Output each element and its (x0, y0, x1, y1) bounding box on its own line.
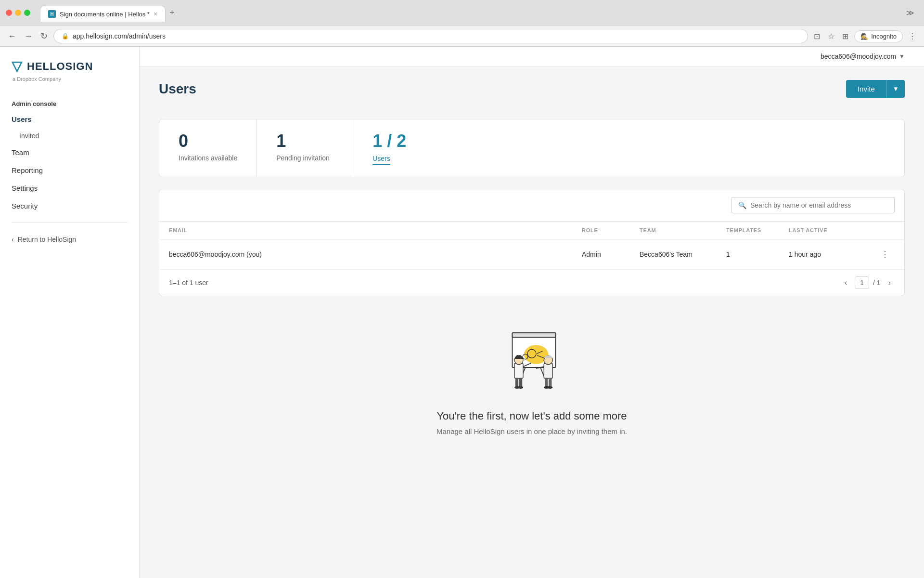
svg-rect-19 (545, 378, 548, 388)
tab-title: Sign documents online | Hellos * (60, 11, 150, 18)
page-header-row: Users Invite ▼ (140, 66, 924, 107)
svg-rect-13 (519, 378, 522, 388)
row-role: Admin (582, 250, 640, 258)
invite-dropdown-button[interactable]: ▼ (886, 80, 905, 98)
user-menu[interactable]: becca606@moodjoy.com ▼ (821, 53, 905, 60)
logo-text: HELLOSIGN (27, 60, 93, 73)
url-bar[interactable]: 🔒 app.hellosign.com/admin/users (53, 29, 808, 43)
pagination: 1–1 of 1 user ‹ 1 / 1 › (159, 270, 904, 296)
illustration-title: You're the first, now let's add some mor… (436, 410, 627, 422)
page-current: 1 (855, 276, 869, 289)
stat-card-users[interactable]: 1 / 2 Users (353, 119, 449, 177)
return-arrow-icon: ‹ (12, 236, 14, 243)
svg-rect-1 (513, 333, 556, 337)
col-header-templates: TEMPLATES (726, 227, 789, 233)
forward-button[interactable]: → (22, 29, 35, 43)
illustration-svg (488, 315, 575, 402)
browser-actions: ⊡ ☆ ⊞ 🕵 Incognito ⋮ (812, 30, 918, 43)
sidebar-item-team[interactable]: Team (0, 144, 139, 161)
stat-invitations-number: 0 (179, 131, 237, 151)
sidebar-item-invited[interactable]: Invited (0, 128, 139, 144)
search-icon: 🔍 (738, 201, 746, 209)
stat-users-number: 1 / 2 (372, 131, 430, 151)
back-button[interactable]: ← (6, 29, 18, 43)
tab-favicon: H (48, 10, 56, 18)
table-container: 🔍 EMAIL ROLE TEAM TEMPLATES LAST ACTIVE … (159, 189, 905, 296)
url-text: app.hellosign.com/admin/users (73, 32, 166, 40)
content-area: 0 Invitations available 1 Pending invita… (140, 107, 924, 466)
svg-point-22 (547, 386, 552, 389)
new-tab-button[interactable]: + (166, 4, 179, 22)
sidebar-nav: Users Invited Team Reporting Settings Se… (0, 110, 139, 215)
stat-invitations-label: Invitations available (179, 154, 237, 162)
table-header: EMAIL ROLE TEAM TEMPLATES LAST ACTIVE (159, 222, 904, 239)
sidebar: ▽ HELLOSIGN a Dropbox Company Admin cons… (0, 47, 140, 578)
svg-rect-9 (514, 363, 523, 379)
close-window-button[interactable] (6, 10, 12, 16)
incognito-badge: 🕵 Incognito (854, 30, 903, 42)
top-bar: becca606@moodjoy.com ▼ (140, 47, 924, 66)
page-title: Users (159, 81, 196, 97)
stat-users-label: Users (372, 155, 390, 165)
incognito-label: Incognito (871, 33, 897, 40)
col-header-email: EMAIL (169, 227, 582, 233)
search-input[interactable] (750, 201, 887, 209)
svg-rect-16 (544, 363, 552, 379)
row-last-active: 1 hour ago (789, 250, 875, 258)
stat-card-invitations: 0 Invitations available (159, 119, 257, 177)
logo-area: ▽ HELLOSIGN a Dropbox Company (0, 58, 139, 97)
tab-bar: H Sign documents online | Hellos * × + (34, 4, 184, 22)
stat-pending-number: 1 (276, 131, 334, 151)
tabs-more-button[interactable]: ≫ (902, 4, 918, 21)
col-header-team: TEAM (640, 227, 726, 233)
menu-icon[interactable]: ⋮ (907, 30, 918, 43)
sidebar-item-users[interactable]: Users (0, 110, 139, 128)
logo-icon: ▽ (12, 58, 22, 74)
stat-card-pending: 1 Pending invitation (257, 119, 353, 177)
return-to-hellosign-link[interactable]: ‹ Return to HelloSign (0, 231, 139, 248)
sidebar-item-reporting[interactable]: Reporting (0, 161, 139, 179)
lock-icon: 🔒 (62, 33, 69, 39)
stat-pending-label: Pending invitation (276, 154, 334, 162)
window-controls (6, 10, 30, 16)
return-label: Return to HelloSign (18, 236, 76, 243)
svg-point-15 (518, 386, 523, 389)
bookmark-icon[interactable]: ☆ (826, 30, 836, 43)
refresh-button[interactable]: ↻ (38, 29, 50, 43)
row-email: becca606@moodjoy.com (you) (169, 250, 582, 258)
sidebar-item-security[interactable]: Security (0, 197, 139, 215)
cast-icon[interactable]: ⊡ (812, 30, 822, 43)
pagination-info: 1–1 of 1 user (169, 279, 208, 287)
svg-rect-20 (549, 378, 552, 388)
col-header-role: ROLE (582, 227, 640, 233)
row-more-button[interactable]: ⋮ (875, 247, 895, 262)
address-bar: ← → ↻ 🔒 app.hellosign.com/admin/users ⊡ … (0, 26, 924, 46)
logo-sub: a Dropbox Company (12, 76, 128, 82)
sidebar-divider (12, 223, 128, 223)
row-team: Becca606's Team (640, 250, 726, 258)
col-header-last-active: LAST ACTIVE (789, 227, 875, 233)
search-box[interactable]: 🔍 (731, 197, 895, 213)
incognito-icon: 🕵 (860, 33, 868, 40)
logo-mark: ▽ HELLOSIGN (12, 58, 128, 74)
logo: ▽ HELLOSIGN a Dropbox Company (12, 58, 128, 82)
illustration-subtitle: Manage all HelloSign users in one place … (436, 427, 627, 435)
sidebar-item-settings[interactable]: Settings (0, 179, 139, 197)
invite-button[interactable]: Invite (846, 80, 886, 98)
stats-row: 0 Invitations available 1 Pending invita… (159, 119, 905, 177)
prev-page-button[interactable]: ‹ (841, 276, 851, 289)
tab-close-button[interactable]: × (154, 10, 157, 18)
extensions-icon[interactable]: ⊞ (840, 30, 850, 43)
active-tab[interactable]: H Sign documents online | Hellos * × (40, 6, 166, 22)
pagination-controls: ‹ 1 / 1 › (841, 276, 895, 289)
admin-console-label: Admin console (0, 97, 139, 110)
invite-btn-group: Invite ▼ (846, 80, 905, 98)
table-toolbar: 🔍 (159, 189, 904, 222)
user-menu-arrow-icon: ▼ (899, 53, 905, 60)
main-content: becca606@moodjoy.com ▼ Users Invite ▼ 0 … (140, 47, 924, 578)
col-header-actions (875, 227, 895, 233)
next-page-button[interactable]: › (885, 276, 895, 289)
row-templates: 1 (726, 250, 789, 258)
minimize-window-button[interactable] (15, 10, 21, 16)
maximize-window-button[interactable] (24, 10, 30, 16)
